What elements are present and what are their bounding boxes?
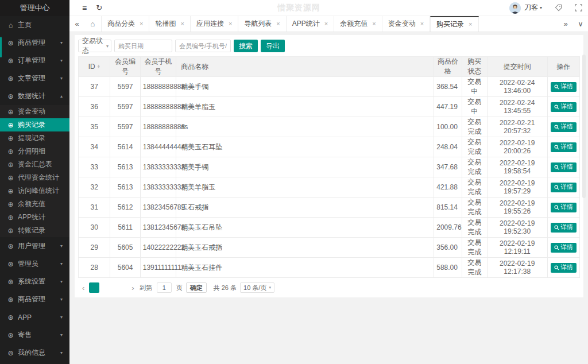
purchase-date-input[interactable] (114, 40, 172, 52)
detail-button-label: 详情 (561, 223, 573, 231)
table-row: 32 5613 13833333333 精美羊脂玉 421.88 交易完成 20… (79, 177, 580, 198)
detail-button[interactable]: 详情 (551, 183, 577, 192)
sidebar-item-label: 购买记录 (18, 120, 63, 130)
sidebar-item[interactable]: ⊛ 寄售 ▾ (0, 326, 69, 344)
chevron-icon: ▾ (60, 279, 63, 284)
sidebar-item[interactable]: ⊕ 访问峰值统计 (0, 184, 69, 198)
tabs-scroll-right-icon[interactable]: » (558, 16, 573, 32)
sidebar-scrollbar[interactable] (0, 37, 2, 57)
column-header-price: 商品价格 (434, 57, 462, 77)
table-row: 28 5604 13911111111 精美玉石挂件 588.00 交易完成 2… (79, 258, 580, 278)
sidebar-item[interactable]: ⊛ 商品管理 ▾ (0, 291, 69, 308)
sidebar-item[interactable]: ⊕ 转账记录 (0, 224, 69, 237)
cell-action: 详情 (547, 97, 579, 117)
page-number-button[interactable] (117, 282, 127, 293)
tab[interactable]: 购买记录 × (430, 16, 478, 32)
sidebar-item[interactable]: ⊛ 订单管理 ▾ (0, 52, 69, 69)
sort-desc-icon[interactable]: ▼ (97, 67, 100, 68)
cell-phone: 13812345678 (140, 218, 176, 238)
sidebar-item[interactable]: ⊛ 管理员 ▾ (0, 255, 69, 273)
sidebar-item[interactable]: ⊕ 分佣明细 (0, 145, 69, 158)
tab-home[interactable]: ⌂ (84, 16, 102, 32)
close-icon[interactable]: × (229, 21, 232, 27)
cell-submit-time: 2022-02-19 20:00:26 (487, 137, 547, 157)
detail-button[interactable]: 详情 (551, 243, 577, 253)
confirm-page-button[interactable]: 确定 (186, 282, 207, 293)
tabs-scroll-left-icon[interactable]: « (69, 16, 84, 32)
tabs-menu-icon[interactable]: ∨ (573, 16, 588, 32)
detail-button[interactable]: 详情 (551, 263, 577, 273)
sidebar-item[interactable]: ⊛ 系统设置 ▾ (0, 273, 69, 291)
goto-page-input[interactable] (157, 282, 172, 293)
collapse-menu-icon[interactable]: ≡ (82, 4, 87, 12)
keyword-search-input[interactable] (175, 40, 231, 52)
page-number-button[interactable] (89, 282, 99, 293)
avatar[interactable] (509, 2, 521, 14)
close-icon[interactable]: × (372, 21, 376, 27)
table-scrollbar[interactable] (582, 55, 586, 198)
sidebar-item-label: 用户管理 (18, 241, 60, 251)
detail-button[interactable]: 详情 (551, 162, 577, 172)
tag-icon[interactable] (555, 4, 562, 11)
sidebar-item[interactable]: ⊕ 代理资金统计 (0, 171, 69, 184)
search-button[interactable]: 搜索 (234, 40, 258, 52)
tab[interactable]: APP统计 × (287, 16, 334, 32)
sidebar-item[interactable]: ⊕ 购买记录 (0, 118, 69, 131)
detail-button[interactable]: 详情 (551, 82, 577, 92)
next-page-icon[interactable]: › (129, 284, 137, 292)
table-row: 35 5597 18888888888 ss 100.00 交易完成 2022-… (79, 117, 580, 137)
fullscreen-icon[interactable] (575, 4, 582, 11)
close-icon[interactable]: × (180, 21, 184, 27)
close-icon[interactable]: × (469, 21, 472, 28)
sidebar-item[interactable]: ⊛ 用户管理 ▾ (0, 237, 69, 255)
sidebar-item[interactable]: ⊛ 商品管理 ▾ (0, 34, 69, 52)
export-button[interactable]: 导出 (261, 40, 285, 52)
cell-member-no: 5611 (110, 218, 140, 238)
cell-price: 815.14 (434, 198, 462, 218)
tab[interactable]: 商品分类 × (102, 16, 149, 32)
sidebar-item[interactable]: ⊕ 提现记录 (0, 131, 69, 145)
sort-icon[interactable]: ▲ ▼ (97, 65, 100, 69)
close-icon[interactable]: × (420, 21, 424, 27)
menu-icon: ⊛ (7, 331, 14, 339)
sidebar-item[interactable]: ⌂ 主页 (0, 16, 69, 34)
menu-icon: ⊕ (7, 200, 14, 208)
sidebar-item[interactable]: ⊕ 余额充值 (0, 198, 69, 211)
close-icon[interactable]: × (140, 21, 143, 27)
detail-button[interactable]: 详情 (551, 102, 577, 112)
cell-action: 详情 (547, 177, 579, 198)
close-icon[interactable]: × (276, 21, 280, 27)
per-page-select[interactable]: 10 条/页 ▾ (240, 282, 274, 293)
magnifier-icon (554, 84, 559, 90)
tab[interactable]: 轮播图 × (149, 16, 190, 32)
detail-button[interactable]: 详情 (551, 223, 577, 233)
tab[interactable]: 余额充值 × (334, 16, 382, 32)
column-header-id[interactable]: ID ▲ ▼ (79, 57, 110, 77)
sidebar-item[interactable]: ⊕ APP统计 (0, 211, 69, 224)
user-name[interactable]: 刀客 (524, 3, 538, 13)
trade-status-select[interactable]: 交易状态 ▾ (78, 40, 111, 52)
sidebar-item[interactable]: ⊛ APP ▾ (0, 308, 69, 326)
tab[interactable]: 导航列表 × (238, 16, 286, 32)
tab[interactable]: 应用连接 × (191, 16, 238, 32)
detail-button[interactable]: 详情 (551, 122, 577, 132)
top-header: ≡ ↻ 惜聚资源网 刀客 ▾ (69, 0, 588, 16)
tab[interactable]: 资金变动 × (382, 16, 430, 32)
user-menu[interactable]: 刀客 ▾ (509, 2, 582, 14)
cell-status: 交易完成 (462, 198, 487, 218)
page-number-button[interactable] (103, 282, 113, 293)
cell-member-no: 5613 (110, 157, 140, 177)
detail-button[interactable]: 详情 (551, 142, 577, 152)
cell-status: 交易完成 (462, 177, 487, 198)
prev-page-icon[interactable]: ‹ (79, 284, 87, 292)
close-icon[interactable]: × (324, 21, 328, 27)
cell-phone: 13833333333 (140, 157, 176, 177)
sidebar-item[interactable]: ⊚ 我的信息 ▾ (0, 344, 69, 362)
sidebar-item-label: 文章管理 (18, 73, 60, 83)
sidebar-item[interactable]: ⊛ 文章管理 ▾ (0, 69, 69, 87)
sidebar-item[interactable]: ⊕ 资金变动 (0, 105, 69, 118)
refresh-icon[interactable]: ↻ (96, 4, 102, 11)
sidebar-item[interactable]: ⊛ 数据统计 ▴ (0, 87, 69, 105)
detail-button[interactable]: 详情 (551, 203, 577, 212)
sidebar-item[interactable]: ⊕ 资金汇总表 (0, 158, 69, 171)
